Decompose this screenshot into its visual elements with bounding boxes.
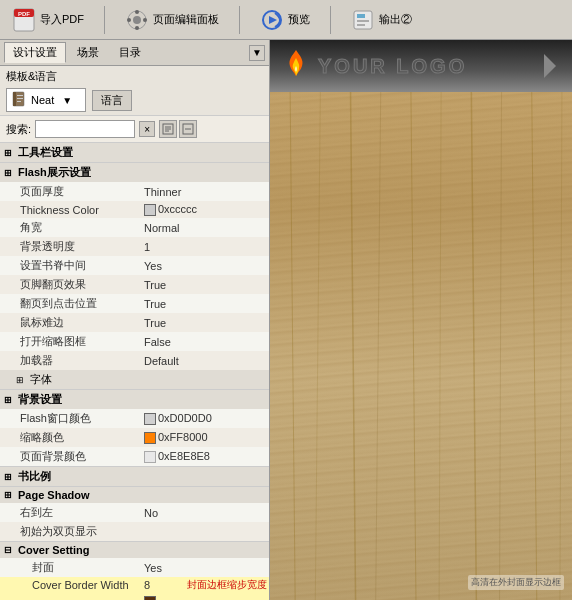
expand-bg-icon: ⊞ [4, 395, 16, 405]
key-bg-opacity: 背景透明度 [0, 238, 140, 255]
svg-rect-16 [17, 95, 23, 96]
val-footer-flip: True [140, 278, 269, 292]
val-rtl: No [140, 506, 269, 520]
svg-line-25 [290, 92, 295, 600]
section-page-shadow-label: Page Shadow [18, 489, 90, 501]
section-bg-label: 背景设置 [18, 392, 62, 407]
color-swatch-border [144, 596, 156, 600]
val-thickness-color: 0xccccc [140, 202, 269, 217]
val-spine-center: Yes [140, 259, 269, 273]
key-page-bg-color: 页面背景颜色 [0, 448, 140, 465]
template-selector[interactable]: Neat ▼ [6, 88, 86, 112]
template-lang-label: 模板&语言 [6, 69, 263, 84]
page-editor-button[interactable]: 页面编辑面板 [119, 6, 225, 34]
tab-scene[interactable]: 场景 [68, 42, 108, 63]
section-flash-label: Flash展示设置 [18, 165, 91, 180]
row-cover-face: 封面 Yes [0, 558, 269, 577]
svg-rect-11 [357, 14, 365, 18]
row-rtl: 右到左 No [0, 503, 269, 522]
svg-text:PDF: PDF [18, 11, 30, 17]
svg-rect-13 [357, 24, 365, 26]
tabs-row: 设计设置 场景 目录 ▼ [0, 40, 269, 66]
svg-line-28 [376, 92, 381, 600]
svg-line-30 [439, 92, 441, 600]
val-flip-to-click: True [140, 297, 269, 311]
row-mouse-edge: 鼠标难边 True [0, 313, 269, 332]
section-bg: ⊞ 背景设置 Flash窗口颜色 0xD0D0D0 缩略颜色 0xFF8000 [0, 390, 269, 467]
val-mouse-edge: True [140, 316, 269, 330]
svg-point-5 [135, 10, 139, 14]
toolbar-divider-2 [239, 6, 240, 34]
section-font-header[interactable]: ⊞ 字体 [0, 370, 269, 389]
search-expand-icon[interactable] [159, 120, 177, 138]
val-loader: Default [140, 354, 269, 368]
section-bg-header[interactable]: ⊞ 背景设置 [0, 390, 269, 409]
key-thickness-color: Thickness Color [0, 203, 140, 217]
search-clear-button[interactable]: × [139, 121, 155, 137]
row-loader: 加载器 Default [0, 351, 269, 370]
settings-icon [125, 8, 149, 32]
val-corner-width: Normal [140, 221, 269, 235]
svg-rect-15 [13, 92, 16, 106]
language-button[interactable]: 语言 [92, 90, 132, 111]
preview-button[interactable]: 预览 [254, 6, 316, 34]
row-page-bg-color: 页面背景颜色 0xE8E8E8 [0, 447, 269, 466]
key-flash-window-color: Flash窗口颜色 [0, 410, 140, 427]
section-flash-header[interactable]: ⊞ Flash展示设置 [0, 163, 269, 182]
page-editor-label: 页面编辑面板 [153, 12, 219, 27]
key-cover-face: 封面 [0, 559, 140, 576]
right-panel: YOUR LOGO [270, 40, 572, 600]
svg-point-4 [133, 16, 141, 24]
export-icon [351, 8, 375, 32]
row-bg-opacity: 背景透明度 1 [0, 237, 269, 256]
section-cover-header[interactable]: ⊟ Cover Setting [0, 542, 269, 558]
section-page-shadow-header[interactable]: ⊞ Page Shadow [0, 487, 269, 503]
import-pdf-button[interactable]: PDF 导入PDF [6, 6, 90, 34]
key-spine-center: 设置书脊中间 [0, 257, 140, 274]
svg-rect-18 [17, 101, 21, 102]
section-toolbar-header[interactable]: ⊞ 工具栏设置 [0, 143, 269, 162]
tabs-dropdown[interactable]: ▼ [249, 45, 265, 61]
val-page-bg-color: 0xE8E8E8 [140, 449, 269, 464]
color-swatch-thumb [144, 432, 156, 444]
tab-design-settings[interactable]: 设计设置 [4, 42, 66, 63]
svg-point-7 [127, 18, 131, 22]
section-scale-header[interactable]: ⊞ 书比例 [0, 467, 269, 486]
val-cover-border-width: 8 [140, 578, 187, 592]
row-dual-page: 初始为双页显示 [0, 522, 269, 541]
template-book-icon [11, 91, 27, 109]
wood-grain-overlay [270, 92, 572, 600]
template-dropdown-icon: ▼ [62, 95, 72, 106]
key-corner-width: 角宽 [0, 219, 140, 236]
row-thumb-color: 缩略颜色 0xFF8000 [0, 428, 269, 447]
export-button[interactable]: 输出② [345, 6, 418, 34]
search-row: 搜索: × [0, 116, 269, 143]
search-input[interactable] [35, 120, 135, 138]
key-footer-flip: 页脚翻页效果 [0, 276, 140, 293]
pdf-icon: PDF [12, 8, 36, 32]
svg-line-32 [500, 92, 502, 600]
section-page-shadow: ⊞ Page Shadow 右到左 No 初始为双页显示 [0, 487, 269, 542]
section-cover-label: Cover Setting [18, 544, 90, 556]
expand-page-shadow-icon: ⊞ [4, 490, 16, 500]
tab-toc[interactable]: 目录 [110, 42, 150, 63]
annotation-cover-border-width: 封面边框缩步宽度 [187, 578, 269, 592]
section-toolbar-label: 工具栏设置 [18, 145, 73, 160]
val-bg-opacity: 1 [140, 240, 269, 254]
toolbar-divider-1 [104, 6, 105, 34]
logo-flame-icon [282, 48, 310, 84]
key-loader: 加载器 [0, 352, 140, 369]
svg-line-34 [560, 92, 562, 600]
search-label: 搜索: [6, 122, 31, 137]
section-scale-label: 书比例 [18, 469, 51, 484]
section-scale: ⊞ 书比例 [0, 467, 269, 487]
key-cover-border-width: Cover Border Width [0, 578, 140, 592]
key-rtl: 右到左 [0, 504, 140, 521]
toolbar: PDF 导入PDF 页面编辑面板 预览 [0, 0, 572, 40]
preview-logo-text: YOUR LOGO [318, 55, 467, 78]
properties-tree: ⊞ 工具栏设置 ⊞ Flash展示设置 页面厚度 Thinner Thickne… [0, 143, 269, 600]
search-icons [159, 120, 197, 138]
preview-note: 高清在外封面显示边框 [468, 575, 564, 590]
search-collapse-icon[interactable] [179, 120, 197, 138]
row-corner-width: 角宽 Normal [0, 218, 269, 237]
